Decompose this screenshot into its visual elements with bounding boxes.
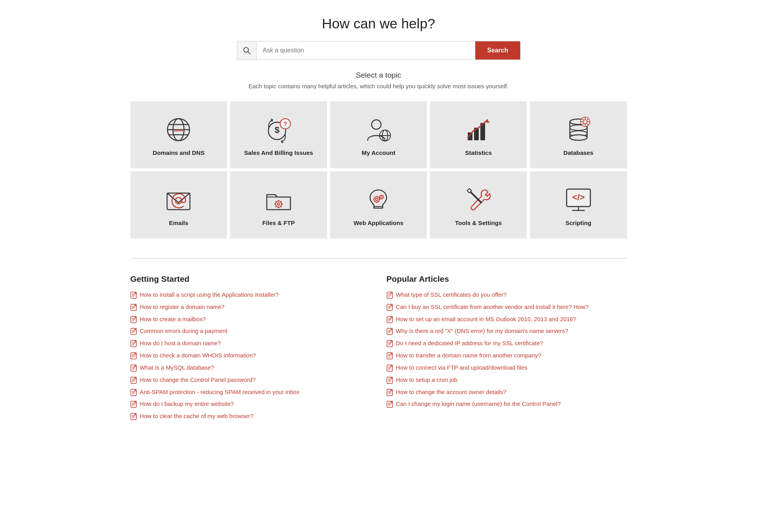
- topic-label-sales-billing: Sales And Billing Issues: [244, 149, 313, 157]
- svg-point-26: [570, 135, 587, 140]
- svg-point-40: [277, 203, 280, 205]
- list-item: How to check a domain WHOIS information?: [130, 352, 371, 360]
- account-icon: [365, 116, 392, 143]
- topic-card-statistics[interactable]: Statistics: [430, 101, 527, 168]
- svg-point-12: [372, 120, 381, 129]
- list-item: How to change the account owner details?: [387, 388, 627, 396]
- files-icon: [265, 186, 292, 214]
- list-item: What type of SSL certificates do you off…: [387, 291, 627, 299]
- list-item: How do I host a domain name?: [130, 339, 371, 348]
- topic-card-my-account[interactable]: My Account: [330, 101, 427, 168]
- article-link[interactable]: Why is there a red "X" (DNS error) for m…: [396, 327, 568, 335]
- topic-card-sales-billing[interactable]: $ ? Sales And Billing Issues: [230, 101, 327, 168]
- tools-icon: [465, 186, 492, 214]
- svg-point-52: [376, 198, 378, 201]
- article-link[interactable]: How to clear the cache of my web browser…: [140, 412, 254, 420]
- list-item: How to register a domain name?: [130, 303, 371, 311]
- article-link[interactable]: What type of SSL certificates do you off…: [396, 291, 507, 299]
- article-link[interactable]: How to change the account owner details?: [396, 388, 506, 396]
- topic-card-scripting[interactable]: </> Scripting: [530, 171, 627, 238]
- svg-text:$: $: [275, 125, 279, 135]
- search-input[interactable]: [257, 41, 476, 60]
- list-item: How to transfer a domain name from anoth…: [387, 352, 627, 360]
- list-item: How to connect via FTP and upload/downlo…: [387, 364, 627, 372]
- billing-icon: $ ?: [265, 116, 292, 143]
- popular-articles-list: What type of SSL certificates do you off…: [387, 291, 627, 408]
- select-topic-title: Select a topic: [130, 71, 627, 80]
- webapps-icon: [365, 186, 392, 214]
- article-link[interactable]: How to create a mailbox?: [140, 315, 206, 324]
- popular-articles-heading: Popular Articles: [387, 274, 627, 284]
- select-topic-subtitle: Each topic contains many helpful article…: [130, 83, 627, 89]
- article-link[interactable]: How to register a domain name?: [140, 303, 225, 311]
- topic-card-web-applications[interactable]: Web Applications: [330, 171, 427, 238]
- page-title: How can we help?: [130, 16, 627, 32]
- statistics-icon: [465, 116, 492, 143]
- topic-label-files-ftp: Files & FTP: [262, 219, 295, 227]
- article-link[interactable]: How do I host a domain name?: [140, 339, 221, 348]
- article-link[interactable]: How do I backup my entire website?: [140, 400, 234, 408]
- getting-started-col: Getting Started How to install a script …: [130, 274, 371, 424]
- list-item: How to setup a cron job: [387, 376, 627, 384]
- popular-articles-col: Popular Articles What type of SSL certif…: [387, 274, 627, 424]
- article-link[interactable]: Can I change my login name (username) fo…: [396, 400, 561, 408]
- topic-card-files-ftp[interactable]: Files & FTP: [230, 171, 327, 238]
- articles-section: Getting Started How to install a script …: [130, 274, 627, 424]
- scripting-icon: </>: [565, 186, 592, 214]
- topic-label-tools-settings: Tools & Settings: [455, 219, 502, 227]
- email-icon: [165, 186, 192, 214]
- topic-label-emails: Emails: [169, 219, 188, 227]
- topic-label-my-account: My Account: [362, 149, 396, 157]
- list-item: Can I change my login name (username) fo…: [387, 400, 627, 408]
- article-link[interactable]: How to set up an email account in MS Out…: [396, 315, 577, 324]
- article-link[interactable]: Can I buy an SSL certificate from anothe…: [396, 303, 589, 311]
- topic-label-databases: Databases: [564, 149, 593, 157]
- topic-label-domains-dns: Domains and DNS: [153, 149, 205, 157]
- svg-point-54: [381, 196, 382, 198]
- svg-text:</>: </>: [572, 192, 585, 202]
- topic-card-emails[interactable]: Emails: [130, 171, 227, 238]
- search-button[interactable]: Search: [475, 41, 520, 60]
- article-link[interactable]: How to change the Control Panel password…: [140, 376, 256, 384]
- svg-line-59: [469, 191, 481, 203]
- article-link[interactable]: How to transfer a domain name from anoth…: [396, 352, 541, 360]
- svg-point-51: [374, 197, 379, 202]
- search-icon: [237, 41, 257, 60]
- topic-label-scripting: Scripting: [565, 219, 591, 227]
- article-link[interactable]: Anti-SPAM protection - reducing SPAM rec…: [140, 388, 299, 396]
- article-link[interactable]: How to connect via FTP and upload/downlo…: [396, 364, 528, 372]
- list-item: How to clear the cache of my web browser…: [130, 412, 371, 420]
- topic-label-web-applications: Web Applications: [353, 219, 404, 227]
- topic-card-databases[interactable]: Databases: [530, 101, 627, 168]
- list-item: Anti-SPAM protection - reducing SPAM rec…: [130, 388, 371, 396]
- topic-label-statistics: Statistics: [465, 149, 492, 157]
- section-divider: [130, 258, 627, 259]
- list-item: How do I backup my entire website?: [130, 400, 371, 408]
- article-link[interactable]: What is a MySQL database?: [140, 364, 214, 372]
- search-bar: Search: [237, 41, 521, 60]
- article-link[interactable]: How to check a domain WHOIS information?: [140, 352, 256, 360]
- article-link[interactable]: How to setup a cron job: [396, 376, 458, 384]
- topic-card-tools-settings[interactable]: Tools & Settings: [430, 171, 527, 238]
- databases-icon: [565, 116, 592, 143]
- svg-line-1: [248, 52, 250, 54]
- topics-grid: www Domains and DNS $ ?: [130, 101, 627, 238]
- list-item: Why is there a red "X" (DNS error) for m…: [387, 327, 627, 335]
- list-item: Can I buy an SSL certificate from anothe…: [387, 303, 627, 311]
- list-item: What is a MySQL database?: [130, 364, 371, 372]
- list-item: How to install a script using the Applic…: [130, 291, 371, 299]
- article-link[interactable]: How to install a script using the Applic…: [140, 291, 279, 299]
- svg-text:www: www: [174, 128, 184, 133]
- list-item: How to change the Control Panel password…: [130, 376, 371, 384]
- list-item: Common errors during a payment: [130, 327, 371, 335]
- article-link[interactable]: Common errors during a payment: [140, 327, 227, 335]
- topic-card-domains-dns[interactable]: www Domains and DNS: [130, 101, 227, 168]
- list-item: How to set up an email account in MS Out…: [387, 315, 627, 324]
- list-item: How to create a mailbox?: [130, 315, 371, 324]
- article-link[interactable]: Do I need a dedicated IP address for my …: [396, 339, 543, 348]
- list-item: Do I need a dedicated IP address for my …: [387, 339, 627, 348]
- getting-started-heading: Getting Started: [130, 274, 371, 284]
- svg-text:?: ?: [283, 120, 287, 127]
- getting-started-list: How to install a script using the Applic…: [130, 291, 371, 420]
- globe-icon: www: [165, 116, 192, 143]
